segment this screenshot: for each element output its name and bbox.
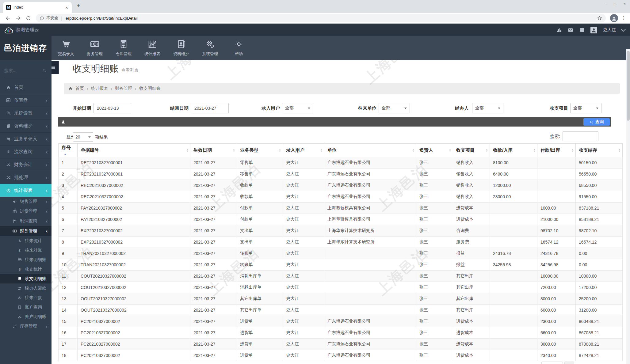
table-cell: 0.00	[576, 259, 623, 271]
top-nav-item[interactable]: 统计报表	[138, 36, 167, 60]
idcard-icon	[177, 40, 186, 49]
column-header[interactable]: 单据编号▲▼	[78, 144, 190, 157]
breadcrumb-item[interactable]: 首页	[75, 86, 84, 91]
back-icon[interactable]	[5, 15, 11, 21]
table-row[interactable]: 10TRAN202103270000022021-03-27转账单史大江张三报益…	[59, 259, 623, 271]
server-icon[interactable]	[579, 27, 585, 33]
browser-profile-avatar[interactable]	[610, 14, 618, 22]
sidebar-item[interactable]: 收支明细账	[0, 274, 52, 283]
pagination-prev-button[interactable]	[541, 362, 563, 364]
alert-icon[interactable]	[556, 27, 562, 33]
sidebar-item[interactable]: 首页	[0, 81, 52, 94]
table-cell: 17	[59, 339, 78, 350]
top-nav-item[interactable]: 财务管理	[80, 36, 109, 60]
table-row[interactable]: 14OOUT202103270000022021-03-27其它出库单史大江张三…	[59, 305, 623, 316]
user-avatar[interactable]	[590, 27, 597, 33]
username[interactable]: 史大江	[603, 27, 616, 33]
column-header[interactable]: 单位▲▼	[324, 144, 416, 157]
column-header[interactable]: 业务类型▲▼	[237, 144, 283, 157]
table-row[interactable]: 5PAY202103270000022021-03-27付款单史大江上海塑骄模具…	[59, 203, 623, 214]
entry-user-select[interactable]: 全部	[282, 103, 313, 113]
table-row[interactable]: 2RET202103270000012021-03-27零售单史大江广东博远石业…	[59, 169, 623, 180]
breadcrumb-item[interactable]: 统计报表	[91, 86, 108, 91]
new-tab-button[interactable]: +	[77, 2, 80, 9]
table-row[interactable]: 18PC202103270000022021-03-27进货单史大江广东博远石业…	[59, 350, 623, 361]
sidebar-item[interactable]: 资料维护‹	[0, 119, 52, 132]
top-nav-item[interactable]: 系统管理	[196, 36, 224, 60]
scrollbar-thumb[interactable]	[627, 51, 630, 121]
query-button[interactable]: 查询	[583, 118, 610, 126]
top-nav-item[interactable]: 仓库管理	[109, 36, 138, 60]
column-header[interactable]: 付款/出库▲▼	[537, 144, 576, 157]
column-header[interactable]: 生效日期▲▼	[190, 144, 237, 157]
bookmark-star-icon[interactable]	[597, 16, 602, 21]
table-row[interactable]: 17PC202103270000022021-03-27进货单史大江广东博远石业…	[59, 339, 623, 350]
counterparty-select[interactable]: 全部	[379, 103, 410, 113]
tab-close-icon[interactable]: ×	[65, 5, 69, 10]
column-header[interactable]: 收支结存▲▼	[576, 144, 623, 157]
sidebar-item[interactable]: 利润查询‹	[0, 216, 52, 226]
sidebar-item[interactable]: 经办人回款	[0, 283, 52, 293]
sidebar-item[interactable]: 库存管理‹	[0, 321, 52, 331]
page-scrollbar[interactable]	[626, 49, 630, 364]
sidebar-item[interactable]: 流水查询‹	[0, 145, 52, 158]
forward-icon[interactable]	[15, 15, 21, 21]
start-date-input[interactable]	[94, 103, 131, 113]
sidebar-item[interactable]: 业务单录入‹	[0, 132, 52, 145]
sidebar-item[interactable]: 账户明细帐	[0, 312, 52, 321]
top-nav-item[interactable]: 资料维护	[167, 36, 196, 60]
breadcrumb-item[interactable]: 财务管理	[115, 86, 132, 91]
sidebar-item[interactable]: 财务管理‹	[0, 226, 52, 236]
chevron-down-icon[interactable]	[621, 27, 626, 32]
table-row[interactable]: 3REC202103270000022021-03-27收款单史大江广东博远石业…	[59, 180, 623, 191]
table-row[interactable]: 6PAY202103270000022021-03-27付款单史大江上海塑骄模具…	[59, 214, 623, 225]
table-search-input[interactable]	[563, 131, 598, 141]
window-close-icon[interactable]: ×	[624, 1, 626, 7]
sidebar-item[interactable]: 销售管理‹	[0, 197, 52, 207]
table-row[interactable]: 1RET202103270000012021-03-27零售单史大江广东博远石业…	[59, 157, 623, 169]
sidebar-item[interactable]: 统计报表‹	[0, 184, 52, 197]
sidebar-item[interactable]: 批处理‹	[0, 171, 52, 184]
sidebar-item[interactable]: 往来对账	[0, 245, 52, 255]
column-header[interactable]: 录入用户▲▼	[283, 144, 324, 157]
table-row[interactable]: 16PC202103270000022021-03-27进货单史大江广东博远石业…	[59, 327, 623, 339]
sidebar-item[interactable]: 进货管理‹	[0, 207, 52, 216]
column-header[interactable]: 序号▲	[59, 144, 78, 157]
sidebar-item[interactable]: 系统设置‹	[0, 107, 52, 119]
column-header[interactable]: 收支项目▲▼	[453, 144, 490, 157]
sidebar-item[interactable]: 往来统计	[0, 236, 52, 245]
sidebar-search[interactable]: 搜索...	[4, 68, 47, 77]
top-nav-item[interactable]: 帮助	[224, 36, 253, 60]
end-date-input[interactable]	[191, 103, 229, 113]
table-row[interactable]: 7EXP202103270000022021-03-27支出单史大江上海华东计算…	[59, 225, 623, 237]
table-cell: 进货单	[237, 350, 283, 361]
table-row[interactable]: 13OOUT202103270000022021-03-27其它出库单史大江张三…	[59, 293, 623, 305]
window-minimize-icon[interactable]: ─	[604, 1, 607, 7]
sidebar-item[interactable]: 财务会计‹	[0, 158, 52, 171]
table-row[interactable]: 8EXP202103270000022021-03-27支出单史大江上海华东计算…	[59, 237, 623, 248]
window-maximize-icon[interactable]: □	[614, 1, 616, 7]
sidebar-item[interactable]: 收支统计	[0, 264, 52, 274]
income-item-select[interactable]: 全部	[570, 103, 601, 113]
mail-icon[interactable]	[568, 27, 573, 33]
refresh-icon[interactable]	[25, 15, 31, 21]
sidebar-item[interactable]: 仪表盘‹	[0, 94, 52, 107]
table-row[interactable]: 12COUT202103270000022021-03-27消耗出库单史大江张三…	[59, 282, 623, 293]
url-bar[interactable]: 不安全 | erpdoc.epoerp.cn/Biz/Stat/IncExpDe…	[36, 14, 606, 22]
sidebar-item[interactable]: 往来回款	[0, 293, 52, 302]
browser-menu-icon[interactable]: ⋮	[620, 15, 627, 21]
sidebar-item[interactable]: 往来明细账	[0, 255, 52, 264]
browser-tab[interactable]: M Index ×	[3, 2, 72, 13]
column-header[interactable]: 收款/入库▲▼	[490, 144, 537, 157]
top-nav-item[interactable]: 交易录入	[52, 36, 80, 60]
table-row[interactable]: 9TRAN202103270000022021-03-27转账单史大江张三报益2…	[59, 248, 623, 259]
info-icon[interactable]	[40, 16, 44, 21]
page-size-select[interactable]: 20	[73, 132, 93, 142]
column-header[interactable]: 负责人▲▼	[416, 144, 453, 157]
table-row[interactable]: 15PC202103270000022021-03-27进货单史大江广东博远石业…	[59, 316, 623, 327]
sidebar-item[interactable]: 账户查询	[0, 302, 52, 312]
agent-select[interactable]: 全部	[472, 103, 503, 113]
pagination-page-button[interactable]	[564, 362, 574, 364]
table-row[interactable]: 4REC202103270000022021-03-27收款单史大江广东博远石业…	[59, 191, 623, 203]
table-row[interactable]: 11COUT202103270000022021-03-27消耗出库单史大江张三…	[59, 271, 623, 282]
